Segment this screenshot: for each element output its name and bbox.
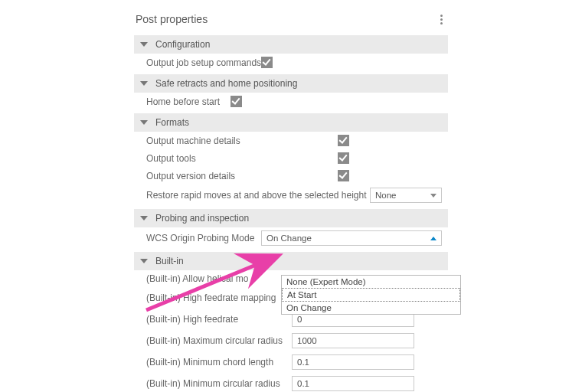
chevron-down-icon [140, 81, 148, 86]
section-builtin[interactable]: Built-in [134, 252, 448, 270]
more-options-icon[interactable] [436, 12, 446, 26]
panel-header: Post properties [134, 9, 448, 32]
chevron-down-icon [140, 42, 148, 47]
input-value: 0 [297, 315, 302, 324]
chevron-down-icon [430, 194, 436, 198]
panel-title: Post properties [136, 13, 208, 25]
label: WCS Origin Probing Mode [146, 233, 261, 243]
input-max-circular-radius[interactable]: 1000 [292, 333, 414, 348]
input-min-circular-radius[interactable]: 0.1 [292, 376, 414, 391]
label: (Built-in) Maximum circular radius [146, 335, 292, 346]
input-value: 1000 [297, 336, 317, 345]
row-wcs-origin: WCS Origin Probing Mode On Change [134, 227, 448, 249]
row-restore-rapid: Restore rapid moves at and above the sel… [134, 185, 448, 206]
select-restore-rapid[interactable]: None [370, 188, 442, 203]
chevron-down-icon [140, 259, 148, 263]
select-value: None [375, 191, 397, 200]
row-output-tools: Output tools [134, 149, 448, 167]
section-probing[interactable]: Probing and inspection [134, 209, 448, 227]
chevron-down-icon [140, 120, 148, 125]
row-min-circular-radius: (Built-in) Minimum circular radius 0.1 [134, 373, 448, 392]
label: (Built-in) Minimum chord length [146, 357, 292, 368]
input-min-chord-length[interactable]: 0.1 [292, 354, 414, 370]
row-output-version: Output version details [134, 167, 448, 185]
input-value: 0.1 [297, 379, 309, 388]
label: Home before start [146, 96, 231, 107]
label: (Built-in) High feedrate mapping [146, 292, 292, 303]
post-properties-panel: Post properties Configuration Output job… [134, 9, 448, 392]
input-value: 0.1 [297, 358, 309, 367]
label: Restore rapid moves at and above the sel… [146, 190, 370, 201]
dropdown-wcs-origin-list: None (Expert Mode) At Start On Change [281, 275, 461, 315]
label: (Built-in) Allow helical mo [146, 273, 261, 284]
checkbox-output-machine[interactable] [338, 135, 349, 146]
section-title: Built-in [155, 256, 184, 266]
row-min-chord-length: (Built-in) Minimum chord length 0.1 [134, 351, 448, 373]
label: Output version details [146, 171, 338, 181]
section-title: Formats [155, 117, 189, 128]
row-output-job-setup: Output job setup commands [134, 54, 448, 71]
section-title: Configuration [155, 39, 210, 50]
dropdown-option[interactable]: None (Expert Mode) [282, 276, 460, 288]
section-formats[interactable]: Formats [134, 113, 448, 132]
select-value: On Change [266, 234, 312, 243]
label: Output job setup commands [146, 57, 261, 68]
select-wcs-origin[interactable]: On Change [261, 230, 442, 246]
dropdown-option-selected[interactable]: At Start [282, 288, 460, 302]
chevron-down-icon [140, 216, 148, 220]
section-title: Probing and inspection [155, 213, 249, 224]
checkbox-output-job-setup[interactable] [261, 57, 273, 68]
label: (Built-in) Minimum circular radius [146, 378, 292, 389]
section-title: Safe retracts and home positioning [155, 78, 297, 89]
section-safe-retracts[interactable]: Safe retracts and home positioning [134, 74, 448, 93]
section-configuration[interactable]: Configuration [134, 35, 448, 54]
label: Output tools [146, 153, 338, 164]
chevron-up-icon [430, 237, 436, 240]
dropdown-option[interactable]: On Change [282, 302, 460, 314]
checkbox-home-before-start[interactable] [231, 96, 242, 107]
label: (Built-in) High feedrate [146, 314, 292, 325]
label: Output machine details [146, 136, 338, 146]
row-max-circular-radius: (Built-in) Maximum circular radius 1000 [134, 330, 448, 351]
row-home-before-start: Home before start [134, 93, 448, 110]
checkbox-output-tools[interactable] [338, 152, 349, 164]
checkbox-output-version[interactable] [338, 170, 349, 181]
row-output-machine: Output machine details [134, 132, 448, 149]
